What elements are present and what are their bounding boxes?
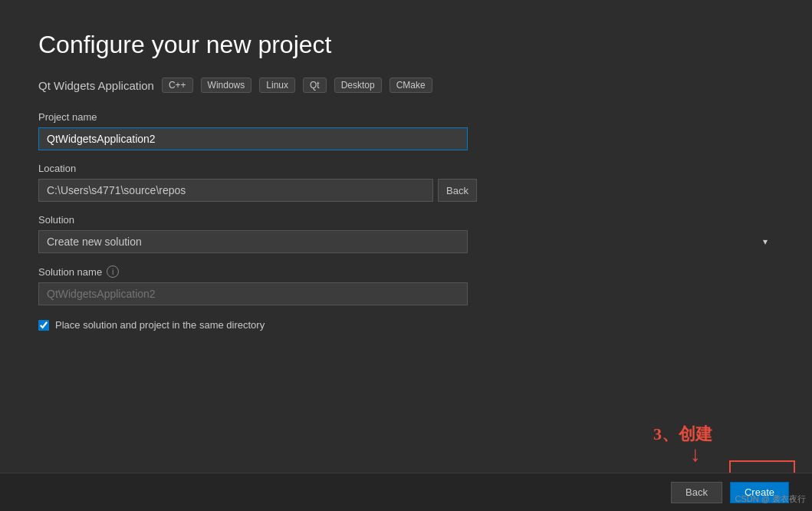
solution-label: Solution bbox=[38, 214, 774, 226]
tag-desktop: Desktop bbox=[334, 77, 382, 93]
checkbox-label: Place solution and project in the same d… bbox=[55, 319, 265, 331]
watermark: CSDN @ 袭衣夜行 bbox=[735, 493, 806, 505]
tag-cmake: CMake bbox=[390, 77, 432, 93]
checkbox-row: Place solution and project in the same d… bbox=[38, 319, 774, 331]
project-name-input[interactable] bbox=[38, 127, 468, 150]
tag-linux: Linux bbox=[259, 77, 295, 93]
same-directory-checkbox[interactable] bbox=[38, 320, 49, 331]
subtitle-text: Qt Widgets Application bbox=[38, 79, 154, 92]
tag-cpp: C++ bbox=[162, 77, 193, 93]
bottom-bar: Back Create bbox=[0, 473, 812, 511]
browse-button[interactable]: Back bbox=[438, 179, 477, 202]
location-row: Back bbox=[38, 179, 774, 202]
project-name-label: Project name bbox=[38, 111, 774, 123]
location-input[interactable] bbox=[38, 179, 433, 202]
annotation-text: 3、创建 bbox=[653, 423, 712, 446]
annotation-arrow: ↓ bbox=[690, 442, 701, 466]
solution-select[interactable]: Create new solution Add to solution Crea… bbox=[38, 230, 468, 253]
solution-name-label: Solution name bbox=[38, 266, 102, 278]
tag-qt: Qt bbox=[303, 77, 327, 93]
subtitle-row: Qt Widgets Application C++ Windows Linux… bbox=[38, 77, 774, 93]
solution-name-label-row: Solution name i bbox=[38, 265, 774, 278]
info-icon[interactable]: i bbox=[107, 265, 119, 278]
solution-select-wrapper: Create new solution Add to solution Crea… bbox=[38, 230, 774, 253]
form-section: Project name Location Back Solution Crea… bbox=[38, 111, 774, 331]
location-label: Location bbox=[38, 163, 774, 174]
solution-name-input[interactable] bbox=[38, 282, 468, 305]
page-title: Configure your new project bbox=[38, 31, 774, 59]
back-button[interactable]: Back bbox=[671, 482, 722, 503]
tag-windows: Windows bbox=[201, 77, 252, 93]
